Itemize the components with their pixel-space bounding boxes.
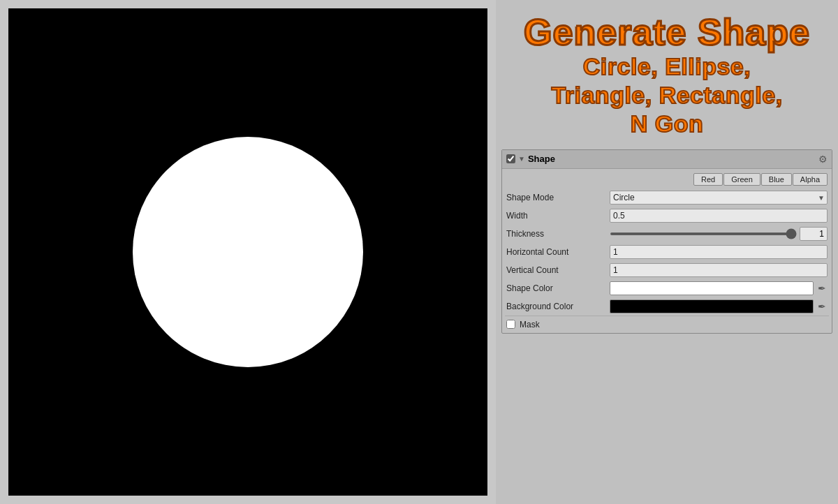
thickness-label: Thickness — [506, 229, 610, 239]
shape-mode-row: Shape Mode Circle Ellipse Triangle Recta… — [502, 188, 832, 207]
background-color-wrapper: ✒ — [610, 299, 828, 313]
component-collapse-arrow[interactable]: ▼ — [518, 155, 525, 163]
background-color-row: Background Color ✒ — [502, 297, 832, 316]
mask-checkbox[interactable] — [506, 320, 515, 329]
thickness-slider-wrapper — [610, 227, 828, 241]
alpha-button[interactable]: Alpha — [793, 173, 828, 186]
vertical-count-row: Vertical Count — [502, 261, 832, 279]
title-area: Generate Shape Circle, Ellipse, Triangle… — [501, 6, 832, 149]
shape-color-label: Shape Color — [506, 283, 610, 293]
shape-mode-dropdown-wrapper: Circle Ellipse Triangle Rectangle N Gon … — [610, 191, 828, 205]
horizontal-count-input-wrapper — [610, 245, 828, 259]
thickness-row: Thickness — [502, 225, 832, 243]
shape-color-row: Shape Color ✒ — [502, 279, 832, 297]
canvas-area — [8, 8, 487, 496]
background-color-picker-icon[interactable]: ✒ — [816, 301, 828, 312]
title-line1: Generate Shape — [501, 13, 832, 52]
vertical-count-input-wrapper — [610, 263, 828, 277]
rgba-row: Red Green Blue Alpha — [502, 169, 832, 188]
horizontal-count-row: Horizontal Count — [502, 243, 832, 261]
title-line2: Circle, Ellipse, — [501, 52, 832, 81]
component-header: ▼ Shape ⚙ — [502, 150, 832, 169]
red-button[interactable]: Red — [693, 173, 723, 186]
vertical-count-label: Vertical Count — [506, 265, 610, 275]
mask-row: Mask — [502, 316, 832, 333]
width-input[interactable] — [610, 209, 828, 223]
shape-color-swatch[interactable] — [610, 281, 814, 295]
shape-component: ▼ Shape ⚙ Red Green Blue Alpha Shape Mod… — [501, 149, 832, 334]
shape-color-wrapper: ✒ — [610, 281, 828, 295]
shape-color-picker-icon[interactable]: ✒ — [816, 283, 828, 294]
thickness-slider[interactable] — [610, 232, 797, 235]
component-title: Shape — [528, 154, 816, 164]
horizontal-count-label: Horizontal Count — [506, 247, 610, 257]
width-input-wrapper — [610, 209, 828, 223]
mask-label: Mask — [520, 320, 540, 329]
width-row: Width — [502, 207, 832, 225]
shape-mode-select[interactable]: Circle Ellipse Triangle Rectangle N Gon — [610, 191, 828, 205]
title-line3: Triangle, Rectangle, — [501, 81, 832, 110]
horizontal-count-input[interactable] — [610, 245, 828, 259]
background-color-swatch[interactable] — [610, 299, 814, 313]
canvas-panel — [0, 0, 496, 504]
green-button[interactable]: Green — [723, 173, 760, 186]
component-settings-icon[interactable]: ⚙ — [818, 154, 828, 165]
vertical-count-input[interactable] — [610, 263, 828, 277]
right-panel: Generate Shape Circle, Ellipse, Triangle… — [496, 0, 838, 504]
thickness-value-input[interactable] — [800, 227, 828, 241]
component-enable-checkbox[interactable] — [506, 154, 515, 163]
width-label: Width — [506, 211, 610, 221]
circle-shape — [133, 137, 363, 367]
title-line4: N Gon — [501, 110, 832, 138]
background-color-label: Background Color — [506, 302, 610, 311]
shape-mode-label: Shape Mode — [506, 193, 610, 202]
blue-button[interactable]: Blue — [761, 173, 792, 186]
